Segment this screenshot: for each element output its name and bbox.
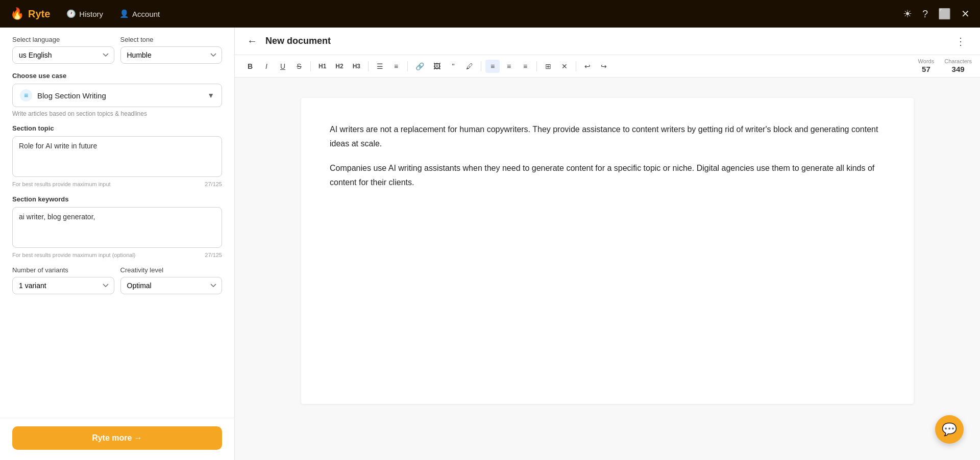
unordered-list-button[interactable]: ☰ [373, 60, 387, 73]
language-group: Select language us English [12, 36, 114, 64]
history-label: History [79, 10, 103, 18]
document-content[interactable]: AI writers are not a replacement for hum… [330, 122, 885, 190]
document-body: AI writers are not a replacement for hum… [235, 78, 980, 460]
ordered-list-button[interactable]: ≡ [389, 60, 403, 73]
use-case-section-label: Choose use case [12, 72, 222, 80]
document-page: AI writers are not a replacement for hum… [301, 98, 914, 404]
variants-select[interactable]: 1 variant [12, 277, 114, 294]
h1-button[interactable]: H1 [315, 60, 330, 72]
use-case-description: Write articles based on section topics &… [12, 110, 222, 117]
use-case-icon: ≡ [20, 89, 32, 101]
navbar-right: ☀ ? ⬜ ✕ [903, 8, 970, 20]
toolbar-separator-6 [576, 61, 576, 71]
account-icon: 👤 [119, 9, 129, 18]
brightness-button[interactable]: ☀ [903, 8, 912, 20]
toolbar-separator-3 [407, 61, 408, 71]
section-keywords-hint: For best results provide maximum input (… [12, 252, 135, 258]
sidebar-footer: Ryte more → [0, 418, 234, 460]
paragraph-1: AI writers are not a replacement for hum… [330, 122, 885, 151]
highlight-button[interactable]: 🖊 [462, 60, 477, 73]
quote-button[interactable]: " [446, 60, 460, 73]
main-layout: Select language us English Select tone H… [0, 28, 980, 460]
section-keywords-input[interactable]: ai writer, blog generator, [12, 207, 222, 248]
expand-button[interactable]: ⬜ [938, 8, 951, 20]
clear-format-button[interactable]: ✕ [557, 60, 572, 73]
creativity-select[interactable]: Optimal [120, 277, 223, 294]
creativity-label: Creativity level [120, 266, 223, 274]
variants-label: Number of variants [12, 266, 114, 274]
strikethrough-button[interactable]: S [292, 60, 306, 73]
section-keywords-meta: For best results provide maximum input (… [12, 252, 222, 258]
h2-button[interactable]: H2 [332, 60, 347, 72]
redo-button[interactable]: ↪ [597, 60, 611, 73]
link-button[interactable]: 🔗 [412, 60, 428, 73]
toolbar-separator-1 [310, 61, 311, 71]
ryte-more-label: Ryte more → [92, 433, 142, 443]
language-label: Select language [12, 36, 114, 43]
section-keywords-label: Section keywords [12, 195, 222, 203]
toolbar-separator-2 [368, 61, 369, 71]
section-keywords-count: 27/125 [205, 252, 222, 258]
characters-label: Characters [944, 58, 972, 65]
section-topic-meta: For best results provide maximum input 2… [12, 181, 222, 187]
language-tone-row: Select language us English Select tone H… [12, 36, 222, 64]
creativity-group: Creativity level Optimal [120, 266, 223, 294]
tone-label: Select tone [120, 36, 223, 43]
help-button[interactable]: ? [922, 8, 928, 20]
undo-button[interactable]: ↩ [580, 60, 595, 73]
formatting-toolbar: B I U S H1 H2 H3 ☰ ≡ 🔗 🖼 " 🖊 ≡ ≡ ≡ ⊞ ✕ ↩ [235, 55, 980, 78]
account-nav-item[interactable]: 👤 Account [119, 9, 160, 18]
sidebar: Select language us English Select tone H… [0, 28, 235, 460]
h3-button[interactable]: H3 [349, 60, 364, 72]
history-icon: 🕐 [66, 9, 76, 18]
italic-button[interactable]: I [259, 60, 274, 73]
paragraph-2: Companies use AI writing assistants when… [330, 161, 885, 190]
section-topic-label: Section topic [12, 124, 222, 132]
characters-stat: Characters 349 [944, 58, 972, 74]
logo[interactable]: 🔥 Ryte [10, 7, 50, 20]
document-area: ← New document ⋮ B I U S H1 H2 H3 ☰ ≡ 🔗 … [235, 28, 980, 460]
history-nav-item[interactable]: 🕐 History [66, 9, 103, 18]
words-label: Words [918, 58, 935, 65]
account-label: Account [132, 10, 160, 18]
underline-button[interactable]: U [276, 60, 290, 73]
toolbar-separator-5 [536, 61, 537, 71]
table-button[interactable]: ⊞ [541, 60, 555, 73]
section-topic-hint: For best results provide maximum input [12, 181, 111, 187]
section-keywords-group: Section keywords ai writer, blog generat… [12, 195, 222, 258]
align-center-button[interactable]: ≡ [502, 60, 516, 73]
section-topic-group: Section topic Role for AI write in futur… [12, 124, 222, 187]
ryte-more-button[interactable]: Ryte more → [12, 426, 222, 450]
sidebar-content: Select language us English Select tone H… [0, 28, 234, 418]
use-case-selector[interactable]: ≡ Blog Section Writing ▼ [12, 84, 222, 107]
use-case-chevron-icon: ▼ [207, 91, 214, 99]
navbar: 🔥 Ryte 🕐 History 👤 Account ☀ ? ⬜ ✕ [0, 0, 980, 28]
image-button[interactable]: 🖼 [430, 60, 444, 73]
words-value: 57 [922, 65, 930, 74]
chat-fab-button[interactable]: 💬 [935, 415, 964, 444]
document-title: New document [265, 36, 945, 46]
document-header: ← New document ⋮ [235, 28, 980, 55]
tone-group: Select tone Humble [120, 36, 223, 64]
section-topic-count: 27/125 [205, 181, 222, 187]
variants-creativity-row: Number of variants 1 variant Creativity … [12, 266, 222, 294]
logo-text: Ryte [28, 8, 50, 20]
word-count-area: Words 57 Characters 349 [918, 58, 972, 74]
align-right-button[interactable]: ≡ [518, 60, 532, 73]
back-button[interactable]: ← [245, 33, 259, 49]
align-left-button[interactable]: ≡ [485, 60, 500, 73]
bold-button[interactable]: B [243, 60, 257, 73]
logo-icon: 🔥 [10, 7, 24, 20]
close-button[interactable]: ✕ [961, 8, 970, 20]
characters-value: 349 [952, 65, 965, 74]
variants-group: Number of variants 1 variant [12, 266, 114, 294]
document-more-button[interactable]: ⋮ [951, 33, 970, 49]
section-topic-input[interactable]: Role for AI write in future [12, 136, 222, 177]
language-select[interactable]: us English [12, 46, 114, 64]
tone-select[interactable]: Humble [120, 46, 223, 64]
words-stat: Words 57 [918, 58, 935, 74]
use-case-text: Blog Section Writing [37, 91, 202, 100]
toolbar-separator-4 [481, 61, 481, 71]
